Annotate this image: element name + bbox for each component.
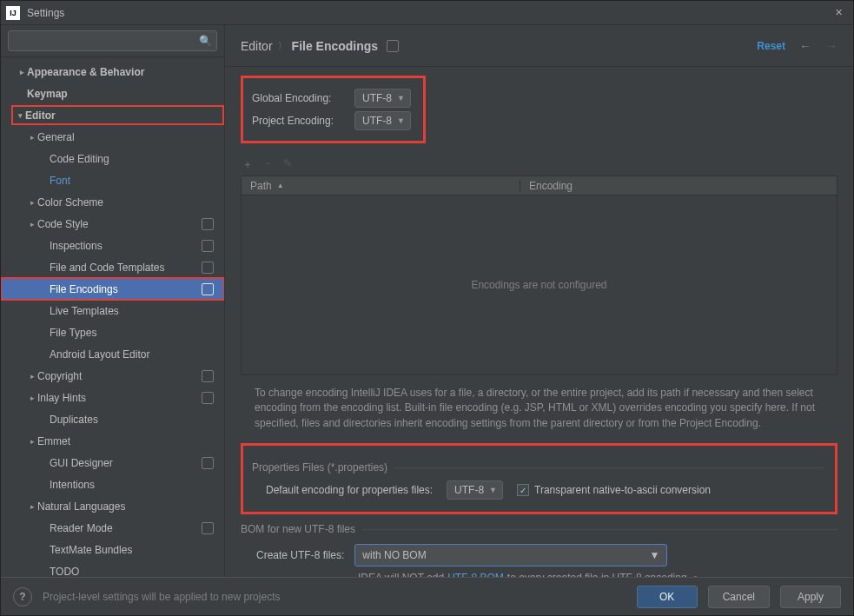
chevron-right-icon: ▸	[27, 437, 37, 446]
sidebar-item-inspections[interactable]: Inspections	[1, 235, 224, 256]
sidebar-item-appearance-behavior[interactable]: ▸Appearance & Behavior	[1, 61, 224, 83]
sidebar-item-code-style[interactable]: ▸Code Style	[1, 213, 224, 235]
external-link-icon: ↗	[691, 573, 698, 577]
sidebar-item-todo[interactable]: TODO	[1, 560, 224, 577]
sidebar-item-emmet[interactable]: ▸Emmet	[1, 430, 224, 452]
bom-select[interactable]: with NO BOM ▼	[354, 544, 667, 566]
sidebar-item-label: Appearance & Behavior	[27, 66, 144, 78]
project-encoding-select[interactable]: UTF-8 ▼	[354, 111, 411, 130]
sidebar-item-label: GUI Designer	[50, 457, 113, 469]
sidebar-item-intentions[interactable]: Intentions	[1, 474, 224, 495]
forward-icon[interactable]: →	[825, 39, 837, 53]
sidebar-item-label: Code Editing	[50, 153, 109, 165]
dialog-footer: ? Project-level settings will be applied…	[1, 577, 853, 615]
sidebar-item-label: Font	[50, 175, 70, 187]
encoding-table: Path ▲ Encoding Encodings are not config…	[241, 176, 837, 375]
sidebar-item-natural-languages[interactable]: ▸Natural Languages	[1, 495, 224, 517]
sidebar-item-android-layout-editor[interactable]: Android Layout Editor	[1, 343, 224, 365]
remove-icon[interactable]: −	[265, 157, 271, 172]
chevron-right-icon: ▸	[27, 220, 37, 229]
properties-files-block: Properties Files (*.properties) Default …	[241, 443, 837, 514]
help-button[interactable]: ?	[13, 587, 32, 606]
sidebar-item-duplicates[interactable]: Duplicates	[1, 408, 224, 430]
sidebar-item-gui-designer[interactable]: GUI Designer	[1, 452, 224, 474]
settings-tree[interactable]: ▸Appearance & BehaviorKeymap▾Editor▸Gene…	[1, 57, 224, 577]
sidebar-item-label: TextMate Bundles	[50, 544, 132, 556]
sidebar-item-label: Inspections	[50, 240, 103, 252]
sidebar-item-label: TODO	[50, 566, 79, 578]
properties-default-label: Default encoding for properties files:	[266, 484, 433, 496]
sidebar-item-label: Android Layout Editor	[50, 348, 149, 361]
sidebar-item-code-editing[interactable]: Code Editing	[1, 148, 224, 169]
transparent-ascii-checkbox[interactable]: ✓ Transparent native-to-ascii conversion	[517, 484, 711, 496]
cancel-button[interactable]: Cancel	[708, 586, 770, 608]
sidebar-item-label: Live Templates	[50, 305, 119, 317]
sidebar-item-reader-mode[interactable]: Reader Mode	[1, 517, 224, 539]
project-scope-icon	[202, 283, 214, 295]
chevron-down-icon: ▼	[649, 549, 659, 561]
app-logo: IJ	[6, 6, 20, 20]
sidebar-item-label: File and Code Templates	[50, 262, 165, 274]
sidebar-item-label: File Types	[50, 327, 96, 339]
sidebar-item-file-types[interactable]: File Types	[1, 321, 224, 343]
sidebar-item-label: Copyright	[37, 370, 82, 382]
sidebar-item-editor[interactable]: ▾Editor	[11, 105, 224, 125]
sidebar-item-label: Color Scheme	[37, 196, 103, 209]
sidebar-item-general[interactable]: ▸General	[1, 126, 224, 148]
sort-asc-icon: ▲	[277, 182, 284, 189]
encoding-settings-block: Global Encoding: UTF-8 ▼ Project Encodin…	[241, 76, 426, 143]
chevron-right-icon: ▸	[27, 198, 37, 207]
sidebar-item-file-and-code-templates[interactable]: File and Code Templates	[1, 256, 224, 278]
chevron-right-icon: ▸	[27, 502, 37, 511]
chevron-right-icon: ▸	[27, 133, 37, 142]
settings-content: Editor 〉 File Encodings Reset ← → Global…	[225, 25, 853, 577]
sidebar-item-label: Editor	[25, 109, 56, 122]
footer-message: Project-level settings will be applied t…	[43, 591, 280, 603]
project-scope-icon	[387, 40, 399, 52]
checkbox-checked-icon: ✓	[517, 484, 529, 496]
close-icon[interactable]: ✕	[835, 7, 843, 18]
chevron-down-icon: ▼	[397, 116, 405, 125]
apply-button[interactable]: Apply	[780, 586, 841, 608]
encoding-column-header[interactable]: Encoding	[520, 180, 837, 192]
bom-block: BOM for new UTF-8 files Create UTF-8 fil…	[241, 523, 837, 577]
global-encoding-select[interactable]: UTF-8 ▼	[354, 89, 411, 108]
project-scope-icon	[202, 457, 214, 469]
sidebar-item-label: Keymap	[27, 88, 68, 100]
search-input[interactable]	[8, 30, 217, 51]
sidebar-item-live-templates[interactable]: Live Templates	[1, 300, 224, 321]
table-toolbar: ＋ − ✎	[241, 152, 837, 176]
reset-button[interactable]: Reset	[757, 40, 785, 52]
utf8-bom-link[interactable]: UTF-8 BOM	[447, 572, 504, 577]
sidebar-item-label: Code Style	[37, 218, 89, 230]
window-controls: ✕	[835, 7, 848, 18]
project-scope-icon	[202, 370, 214, 382]
sidebar-item-keymap[interactable]: Keymap	[1, 83, 224, 104]
sidebar-item-textmate-bundles[interactable]: TextMate Bundles	[1, 539, 224, 560]
breadcrumb-row: Editor 〉 File Encodings Reset ← →	[225, 25, 853, 67]
sidebar-item-copyright[interactable]: ▸Copyright	[1, 365, 224, 387]
sidebar-item-color-scheme[interactable]: ▸Color Scheme	[1, 191, 224, 213]
sidebar-item-label: Inlay Hints	[37, 392, 86, 404]
global-encoding-label: Global Encoding:	[252, 92, 354, 104]
titlebar: IJ Settings ✕	[1, 1, 853, 25]
sidebar-item-label: Reader Mode	[50, 522, 113, 534]
project-scope-icon	[202, 218, 214, 230]
project-scope-icon	[202, 262, 214, 274]
search-icon: 🔍	[199, 35, 212, 47]
edit-icon[interactable]: ✎	[283, 157, 292, 172]
sidebar-item-file-encodings[interactable]: File Encodings	[1, 278, 224, 300]
project-scope-icon	[202, 522, 214, 534]
properties-encoding-select[interactable]: UTF-8 ▼	[447, 480, 503, 500]
sidebar-item-inlay-hints[interactable]: ▸Inlay Hints	[1, 387, 224, 408]
sidebar-item-label: Natural Languages	[37, 500, 125, 513]
encoding-description: To change encoding IntelliJ IDEA uses fo…	[255, 386, 834, 431]
properties-group-title: Properties Files (*.properties)	[252, 461, 387, 474]
breadcrumb-parent[interactable]: Editor	[241, 39, 273, 53]
bom-hint: IDEA will NOT add UTF-8 BOM to every cre…	[358, 572, 837, 577]
path-column-header[interactable]: Path ▲	[242, 180, 520, 192]
add-icon[interactable]: ＋	[242, 157, 253, 172]
back-icon[interactable]: ←	[799, 39, 811, 53]
ok-button[interactable]: OK	[637, 586, 698, 608]
sidebar-item-font[interactable]: Font	[1, 169, 224, 191]
